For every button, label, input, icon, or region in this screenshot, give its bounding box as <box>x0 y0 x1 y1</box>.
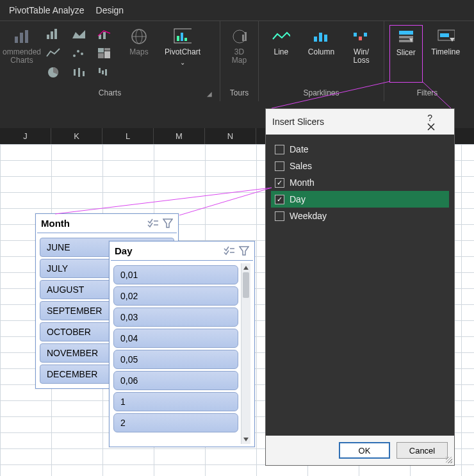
chart-scatter-button[interactable] <box>68 44 90 62</box>
group-sparklines: Line Column Win/ Loss Sparklines <box>259 21 384 101</box>
svg-rect-14 <box>103 32 106 39</box>
sparkline-winloss-icon <box>352 28 370 45</box>
field-day[interactable]: ✓Day <box>271 191 449 208</box>
svg-rect-34 <box>324 35 327 42</box>
col-l[interactable]: L <box>102 128 154 144</box>
chart-bar-button[interactable] <box>42 25 64 43</box>
3d-map-button[interactable]: 3D Map <box>225 25 253 83</box>
group-filters: Slicer Timeline Filters <box>384 21 470 101</box>
svg-point-9 <box>81 53 83 55</box>
sparkline-winloss-button[interactable]: Win/ Loss <box>344 25 379 83</box>
field-sales[interactable]: Sales <box>271 158 449 174</box>
col-j[interactable]: J <box>0 128 51 144</box>
svg-rect-39 <box>399 36 413 38</box>
sparkline-column-button[interactable]: Column <box>302 25 341 83</box>
dialog-body: Date Sales ✓Month ✓Day Weekday <box>266 135 454 436</box>
chart-combo-button[interactable] <box>94 25 115 43</box>
group-sparklines-label: Sparklines <box>264 86 379 101</box>
pivotchart-icon <box>174 28 192 45</box>
field-label: Month <box>290 177 315 188</box>
chart-line-button[interactable] <box>42 44 64 62</box>
svg-rect-0 <box>15 37 18 43</box>
svg-rect-12 <box>83 71 85 76</box>
slicer-day-title: Day <box>115 245 133 256</box>
slicer-day-item[interactable]: 0,05 <box>113 350 238 369</box>
field-label: Weekday <box>290 211 327 221</box>
scrollbar[interactable] <box>241 263 250 444</box>
svg-rect-35 <box>354 33 357 37</box>
chart-stock-button[interactable] <box>68 63 90 81</box>
tab-design[interactable]: Design <box>96 5 124 15</box>
chart-waterfall-button[interactable] <box>94 63 115 81</box>
svg-rect-36 <box>359 37 362 40</box>
svg-rect-16 <box>104 48 110 51</box>
chart-area-button[interactable] <box>68 25 90 43</box>
chart-pie-button[interactable] <box>42 63 64 81</box>
checkbox-checked-icon: ✓ <box>275 178 284 188</box>
tab-pivottable-analyze[interactable]: PivotTable Analyze <box>9 5 85 15</box>
recommended-charts-label: ommended Charts <box>3 48 41 65</box>
field-month[interactable]: ✓Month <box>271 174 449 191</box>
slicer-day-item[interactable]: 0,04 <box>113 329 238 348</box>
chevron-down-icon: ⌄ <box>180 59 185 66</box>
slicer-day[interactable]: Day 0,01 0,02 0,03 0,04 0,05 0,06 1 2 <box>109 241 255 447</box>
slicer-day-item[interactable]: 1 <box>113 392 238 411</box>
recommended-charts-button[interactable]: ommended Charts <box>5 25 38 83</box>
timeline-label: Timeline <box>431 48 460 56</box>
slicer-button[interactable]: Slicer <box>389 25 423 83</box>
group-tours: 3D Map Tours <box>220 21 259 101</box>
slicer-day-item[interactable]: 0,03 <box>113 308 238 327</box>
svg-rect-28 <box>184 38 187 41</box>
svg-rect-1 <box>20 33 23 43</box>
resize-handle-icon[interactable] <box>446 457 452 463</box>
slicer-day-item[interactable]: 0,01 <box>113 265 238 284</box>
3d-map-icon <box>231 28 249 45</box>
svg-rect-2 <box>25 30 28 43</box>
multiselect-icon[interactable] <box>147 218 159 229</box>
clear-filter-icon[interactable] <box>163 218 173 229</box>
clear-filter-icon[interactable] <box>239 246 249 256</box>
recommended-charts-icon <box>13 28 31 45</box>
col-n[interactable]: N <box>205 128 256 144</box>
pivotchart-label: PivotChart <box>165 48 200 56</box>
field-label: Date <box>290 144 309 154</box>
maps-button[interactable]: Maps <box>119 25 159 83</box>
scrollbar-thumb[interactable] <box>243 272 249 298</box>
svg-rect-5 <box>54 29 57 39</box>
sparkline-line-icon <box>272 28 290 45</box>
multiselect-icon[interactable] <box>224 246 235 256</box>
timeline-button[interactable]: Timeline <box>427 25 466 83</box>
slicer-month-title: Month <box>41 218 70 229</box>
help-icon[interactable]: ? <box>427 113 432 123</box>
maps-label: Maps <box>129 48 148 56</box>
pivotchart-button[interactable]: PivotChart ⌄ <box>163 25 202 83</box>
svg-rect-38 <box>399 31 413 35</box>
dialog-titlebar: Insert Slicers ? <box>266 109 454 135</box>
chart-hierarchy-button[interactable] <box>94 44 115 62</box>
sparkline-line-button[interactable]: Line <box>264 25 298 83</box>
slicer-day-item[interactable]: 2 <box>113 413 238 432</box>
charts-launcher-icon[interactable]: ◢ <box>207 90 212 97</box>
insert-slicers-dialog: Insert Slicers ? Date Sales ✓Month ✓Day … <box>265 108 455 466</box>
field-weekday[interactable]: Weekday <box>271 208 449 224</box>
field-label: Sales <box>290 161 312 171</box>
close-icon[interactable] <box>427 123 448 131</box>
checkbox-icon <box>275 211 284 221</box>
group-charts: ommended Charts <box>0 21 220 101</box>
field-date[interactable]: Date <box>271 141 449 158</box>
globe-icon <box>130 28 148 45</box>
svg-rect-27 <box>181 33 183 41</box>
ok-button[interactable]: OK <box>339 442 390 459</box>
checkbox-icon <box>275 145 284 154</box>
slicer-day-item[interactable]: 0,06 <box>113 371 238 390</box>
dialog-title: Insert Slicers <box>272 117 324 127</box>
svg-rect-30 <box>242 35 244 41</box>
slicer-day-item[interactable]: 0,02 <box>113 286 238 306</box>
col-k[interactable]: K <box>51 128 102 144</box>
col-m[interactable]: M <box>154 128 205 144</box>
sparkline-column-icon <box>313 28 331 45</box>
svg-rect-18 <box>98 53 104 58</box>
cancel-button[interactable]: Cancel <box>396 442 448 459</box>
svg-rect-10 <box>74 69 76 76</box>
field-label: Day <box>290 194 306 204</box>
